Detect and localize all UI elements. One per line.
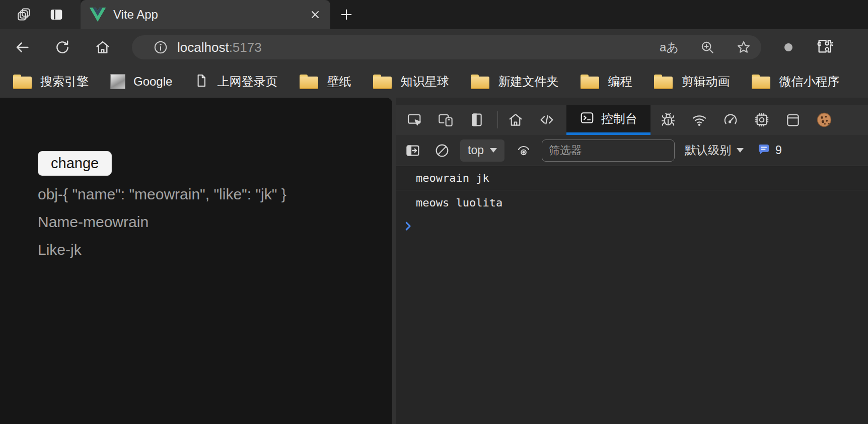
page-viewport: change obj-{ "name": "meowrain", "like":… [0, 98, 392, 424]
window-controls-area [0, 0, 81, 29]
reload-icon [54, 39, 70, 55]
devtools-panel: 控制台 [396, 98, 868, 424]
folder-icon [581, 75, 599, 89]
bookmark-folder[interactable]: 搜索引擎 [13, 74, 89, 90]
cookie-icon[interactable] [813, 108, 836, 131]
folder-icon [471, 75, 489, 89]
eye-icon [516, 143, 532, 159]
frame-context-dropdown[interactable]: top [460, 139, 504, 162]
reload-button[interactable] [51, 36, 74, 58]
close-tab-icon[interactable] [309, 9, 321, 21]
page-text: obj-{ "name": "meowrain", "like": "jk" }… [38, 180, 329, 263]
page-line-obj: obj-{ "name": "meowrain", "like": "jk" } [38, 180, 329, 208]
devtools-home-tab[interactable] [504, 108, 527, 131]
clear-console-button[interactable] [431, 139, 453, 162]
bookmark-folder[interactable]: 壁纸 [300, 74, 351, 90]
bookmark-folder[interactable]: 知识星球 [373, 74, 449, 90]
devtools-storage-tab[interactable] [781, 108, 805, 131]
devtools-debugger-tab[interactable] [657, 108, 680, 131]
devtools-console-tab[interactable]: 控制台 [566, 105, 650, 135]
bookmark-folder[interactable]: 剪辑动画 [654, 74, 730, 90]
document-icon [194, 73, 208, 90]
bookmark-folder[interactable]: 微信小程序 [752, 74, 839, 90]
console-prompt[interactable] [396, 215, 868, 238]
gauge-icon [722, 112, 739, 128]
bookmark-folder[interactable]: 编程 [581, 74, 632, 90]
page-line-name: Name-meowrain [38, 208, 329, 236]
console-message: meowrain jk [396, 166, 868, 190]
zoom-in-icon[interactable] [700, 40, 715, 55]
workspaces-icon[interactable] [17, 7, 32, 22]
bookmarks-bar: 搜索引擎 Google 上网登录页 壁纸 知识星球 新建文件夹 编程 剪辑动画 … [0, 65, 868, 98]
folder-icon [654, 75, 673, 89]
console-filter-input[interactable] [542, 139, 675, 162]
tab-strip: Vite App [0, 0, 868, 29]
translate-icon[interactable]: aあ [660, 39, 679, 55]
bookmark-star-icon[interactable] [736, 40, 751, 55]
console-toolbar: top 默认级别 [396, 135, 868, 166]
chevron-down-icon [490, 148, 497, 153]
wifi-icon [691, 112, 707, 128]
chip-icon [754, 112, 770, 128]
console-output: meowrain jk meows luolita [396, 166, 868, 424]
url-host: localhost [177, 40, 229, 55]
folder-icon [300, 75, 318, 89]
folder-icon [373, 75, 392, 89]
chat-bubble-icon [757, 143, 771, 159]
browser-tab-vite-app[interactable]: Vite App [81, 0, 330, 29]
bookmark-page[interactable]: 上网登录页 [194, 73, 277, 90]
toolbar-divider [497, 111, 498, 128]
vue-logo-icon [90, 8, 106, 22]
device-toolbar-button[interactable] [434, 108, 457, 131]
console-icon [580, 110, 595, 127]
new-tab-button[interactable] [330, 0, 363, 29]
tab-title: Vite App [113, 8, 302, 22]
chevron-down-icon [737, 148, 744, 153]
message-count: 9 [775, 144, 782, 157]
dock-side-button[interactable] [465, 108, 488, 131]
navigation-bar: localhost:5173 aあ [0, 29, 868, 65]
plus-icon [339, 8, 353, 22]
bookmark-folder[interactable]: 新建文件夹 [471, 74, 558, 90]
console-message: meows luolita [396, 190, 868, 215]
console-tab-label: 控制台 [601, 111, 637, 127]
folder-icon [752, 75, 770, 89]
storage-box-icon [785, 112, 801, 128]
folder-icon [13, 75, 32, 89]
devtools-elements-tab[interactable] [535, 108, 558, 131]
page-line-like: Like-jk [38, 236, 329, 263]
home-button[interactable] [92, 36, 114, 58]
devtools-tabbar: 控制台 [396, 105, 868, 135]
change-button[interactable]: change [38, 151, 112, 176]
message-counter[interactable]: 9 [757, 143, 782, 159]
bookmark-google[interactable]: Google [111, 75, 172, 89]
url-port: :5173 [229, 40, 262, 55]
sidebar-toggle-icon[interactable] [49, 7, 64, 22]
console-sidebar-toggle-button[interactable] [402, 139, 424, 162]
google-favicon [111, 75, 125, 89]
url-bar[interactable]: localhost:5173 aあ [132, 35, 761, 59]
prompt-chevron-icon [401, 219, 416, 234]
devtools-memory-tab[interactable] [750, 108, 773, 131]
site-info-icon[interactable] [153, 40, 168, 55]
devtools-network-tab[interactable] [688, 108, 711, 131]
extensions-puzzle-icon[interactable] [817, 38, 833, 56]
back-button[interactable] [11, 36, 33, 58]
devtools-performance-tab[interactable] [719, 108, 742, 131]
back-arrow-icon [14, 39, 31, 56]
privacy-ring-icon[interactable] [784, 43, 792, 51]
bug-icon [660, 112, 676, 128]
log-level-dropdown[interactable]: 默认级别 [685, 143, 744, 158]
live-expression-button[interactable] [513, 139, 535, 162]
home-icon [95, 39, 111, 55]
inspect-element-button[interactable] [403, 108, 426, 131]
devtools-top-strip [396, 98, 868, 105]
